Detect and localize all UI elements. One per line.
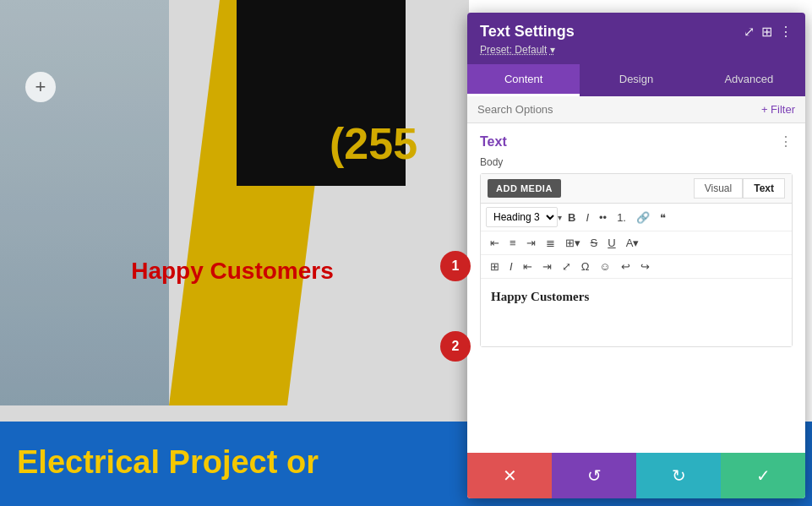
- link-button[interactable]: 🔗: [632, 209, 654, 226]
- italic-button[interactable]: I: [581, 209, 593, 226]
- panel-title-icons: ⤢ ⊞ ⋮: [744, 24, 793, 40]
- more-icon[interactable]: ⋮: [779, 24, 793, 40]
- justify-button[interactable]: ≣: [542, 235, 559, 251]
- add-element-button[interactable]: +: [25, 72, 56, 102]
- resize-icon[interactable]: ⤢: [744, 24, 755, 40]
- filter-button[interactable]: + Filter: [761, 103, 795, 116]
- person-silhouette: [0, 0, 169, 405]
- tab-content[interactable]: Content: [467, 64, 580, 96]
- cancel-button[interactable]: ✕: [467, 453, 552, 498]
- section-header: Text ⋮: [480, 133, 793, 150]
- undo-editor-button[interactable]: ↩: [617, 258, 635, 275]
- editor-content[interactable]: Happy Customers: [481, 279, 792, 346]
- columns-icon[interactable]: ⊞: [761, 24, 772, 40]
- bottom-action-bar: ✕ ↺ ↻ ✓: [467, 453, 805, 498]
- wp-editor: ADD MEDIA Visual Text Heading 3 ▾ B I ••…: [480, 173, 793, 347]
- tab-design[interactable]: Design: [580, 64, 692, 96]
- text-tab[interactable]: Text: [743, 178, 785, 199]
- section-menu-icon[interactable]: ⋮: [779, 133, 793, 150]
- unordered-list-button[interactable]: ••: [595, 209, 611, 226]
- save-button[interactable]: ✓: [721, 453, 805, 498]
- yellow-number: (255: [330, 118, 417, 169]
- indent-right-button[interactable]: ⇥: [538, 258, 556, 275]
- person-area: [0, 0, 169, 405]
- align-right-button[interactable]: ⇥: [522, 235, 540, 251]
- format-toolbar-row3: ⊞ I ⇤ ⇥ ⤢ Ω ☺ ↩ ↪: [481, 255, 792, 279]
- editor-text: Happy Customers: [491, 290, 589, 303]
- undo-button[interactable]: ↺: [552, 453, 636, 498]
- format-toolbar-row1: Heading 3 ▾ B I •• 1. 🔗 ❝: [481, 204, 792, 231]
- editor-toolbar-top: ADD MEDIA Visual Text: [481, 174, 792, 204]
- badge-2: 2: [440, 331, 471, 362]
- panel-content: Text ⋮ Body ADD MEDIA Visual Text Headin…: [467, 123, 805, 453]
- panel-header: Text Settings ⤢ ⊞ ⋮ Preset: Default ▾: [467, 13, 805, 64]
- electrical-text: Electrical Project or: [17, 444, 319, 481]
- text-settings-panel: Text Settings ⤢ ⊞ ⋮ Preset: Default ▾ Co…: [467, 13, 805, 498]
- search-input[interactable]: [477, 103, 761, 116]
- align-center-button[interactable]: ≡: [505, 235, 520, 251]
- paste-as-text-button[interactable]: ⊞: [486, 258, 504, 275]
- visual-tab[interactable]: Visual: [694, 178, 743, 199]
- section-title: Text: [480, 134, 507, 150]
- redo-editor-button[interactable]: ↪: [636, 258, 654, 275]
- heading-select[interactable]: Heading 3: [486, 207, 558, 227]
- redo-button[interactable]: ↻: [636, 453, 721, 498]
- text-color-button[interactable]: A▾: [622, 235, 644, 251]
- visual-text-tabs: Visual Text: [694, 178, 785, 199]
- badge-1: 1: [440, 251, 471, 281]
- strikethrough-button[interactable]: S: [586, 235, 602, 251]
- ordered-list-button[interactable]: 1.: [613, 209, 630, 226]
- emoji-button[interactable]: ☺: [595, 258, 614, 275]
- fullscreen-button[interactable]: ⤢: [558, 258, 575, 275]
- panel-title-row: Text Settings ⤢ ⊞ ⋮: [480, 23, 793, 41]
- special-char-button[interactable]: Ω: [577, 258, 594, 275]
- blockquote-button[interactable]: ❝: [656, 209, 670, 226]
- happy-customers-text: Happy Customers: [25, 258, 439, 285]
- add-media-button[interactable]: ADD MEDIA: [488, 179, 561, 198]
- tab-advanced[interactable]: Advanced: [693, 64, 805, 96]
- search-bar: + Filter: [467, 96, 805, 123]
- panel-preset[interactable]: Preset: Default ▾: [480, 44, 793, 56]
- align-left-button[interactable]: ⇤: [486, 235, 504, 251]
- underline-button[interactable]: U: [603, 235, 619, 251]
- format-toolbar-row2: ⇤ ≡ ⇥ ≣ ⊞▾ S U A▾: [481, 231, 792, 255]
- heading-chevron: ▾: [558, 213, 562, 222]
- italic2-button[interactable]: I: [505, 258, 517, 275]
- panel-title: Text Settings: [480, 23, 575, 41]
- panel-tabs: Content Design Advanced: [467, 64, 805, 96]
- table-button[interactable]: ⊞▾: [561, 235, 585, 251]
- bold-button[interactable]: B: [564, 209, 580, 226]
- indent-left-button[interactable]: ⇤: [519, 258, 537, 275]
- body-label: Body: [480, 156, 793, 168]
